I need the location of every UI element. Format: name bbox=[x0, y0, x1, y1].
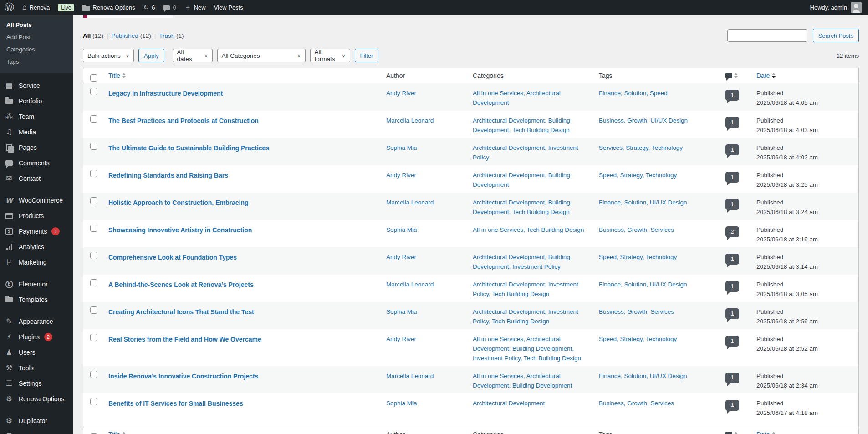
sidebar-submenu-item-all-posts[interactable]: All Posts bbox=[0, 19, 73, 31]
search-posts-button[interactable]: Search Posts bbox=[813, 29, 859, 42]
author-link[interactable]: Sophia Mia bbox=[386, 144, 417, 151]
sort-date-header[interactable]: Date bbox=[756, 431, 776, 434]
sidebar-item-payments[interactable]: $Payments1 bbox=[0, 224, 73, 239]
post-title-link[interactable]: Inside Renova’s Innovative Construction … bbox=[108, 373, 258, 380]
author-link[interactable]: Sophia Mia bbox=[386, 226, 417, 233]
comment-count-bubble[interactable]: 2 bbox=[725, 226, 739, 237]
author-link[interactable]: Sophia Mia bbox=[386, 400, 417, 407]
category-links[interactable]: Architectural Development, Building Deve… bbox=[473, 117, 570, 133]
post-title-link[interactable]: The Ultimate Guide to Sustainable Buildi… bbox=[108, 144, 269, 152]
sidebar-item-woocommerce[interactable]: WWooCommerce bbox=[0, 193, 73, 208]
view-all-link[interactable]: All (12) bbox=[83, 32, 103, 39]
row-checkbox[interactable] bbox=[90, 398, 97, 405]
row-checkbox[interactable] bbox=[90, 115, 97, 123]
tag-links[interactable]: Finance, Solution, Speed bbox=[599, 90, 668, 97]
sidebar-item-plugins[interactable]: ⚡Plugins2 bbox=[0, 329, 73, 345]
tag-links[interactable]: Speed, Strategy, Technology bbox=[599, 254, 677, 260]
comment-count-bubble[interactable]: 1 bbox=[725, 199, 739, 210]
comment-count-bubble[interactable]: 1 bbox=[725, 172, 739, 183]
comment-count-bubble[interactable]: 1 bbox=[725, 144, 739, 155]
comment-count-bubble[interactable]: 1 bbox=[725, 308, 739, 319]
bulk-actions-select[interactable]: Bulk actions∨ bbox=[83, 49, 134, 62]
sort-date-header[interactable]: Date bbox=[756, 72, 776, 79]
tag-links[interactable]: Speed, Strategy, Technology bbox=[599, 336, 677, 342]
sort-comments-header[interactable] bbox=[725, 73, 738, 78]
sidebar-item-duplicator[interactable]: ⚙Duplicator bbox=[0, 413, 73, 429]
sidebar-submenu-item-categories[interactable]: Categories bbox=[0, 43, 73, 56]
category-links[interactable]: Architectural Development, Investment Po… bbox=[473, 308, 578, 325]
comment-count-bubble[interactable]: 1 bbox=[725, 90, 739, 101]
sort-comments-header[interactable] bbox=[725, 432, 738, 434]
row-checkbox[interactable] bbox=[90, 88, 97, 95]
filter-button[interactable]: Filter bbox=[355, 49, 379, 62]
category-links[interactable]: All in one Services, Architectural Devel… bbox=[473, 373, 572, 389]
sidebar-item-comments[interactable]: Comments bbox=[0, 155, 73, 171]
post-title-link[interactable]: Benefits of IT Services for Small Busine… bbox=[108, 400, 243, 407]
sidebar-item-collapse-menu[interactable]: ◀Collapse Menu bbox=[0, 429, 73, 434]
tag-links[interactable]: Speed, Strategy, Technology bbox=[599, 172, 677, 179]
sidebar-item-users[interactable]: ♟Users bbox=[0, 345, 73, 360]
sidebar-item-team[interactable]: ⁂Team bbox=[0, 109, 73, 124]
author-link[interactable]: Andy River bbox=[386, 254, 416, 260]
post-title-link[interactable]: Real Stories from the Field and How We O… bbox=[108, 336, 261, 343]
sidebar-item-portfolio[interactable]: Portfolio bbox=[0, 93, 73, 109]
sort-title-header[interactable]: Title bbox=[108, 72, 126, 79]
wordpress-menu[interactable]: Ⓦ bbox=[5, 3, 14, 12]
row-checkbox[interactable] bbox=[90, 170, 97, 177]
row-checkbox[interactable] bbox=[90, 197, 97, 204]
sidebar-item-products[interactable]: Products bbox=[0, 208, 73, 224]
row-checkbox[interactable] bbox=[90, 306, 97, 314]
tag-links[interactable]: Business, Growth, Services bbox=[599, 400, 674, 407]
sidebar-item-pages[interactable]: Pages bbox=[0, 140, 73, 155]
post-title-link[interactable]: Creating Architectural Icons That Stand … bbox=[108, 308, 254, 316]
row-checkbox[interactable] bbox=[90, 143, 97, 150]
category-links[interactable]: Architectural Development, Building Deve… bbox=[473, 254, 570, 270]
comment-count-bubble[interactable]: 1 bbox=[725, 281, 739, 292]
author-link[interactable]: Marcella Leonard bbox=[386, 281, 434, 288]
author-link[interactable]: Andy River bbox=[386, 90, 416, 97]
sidebar-item-settings[interactable]: ☲Settings bbox=[0, 376, 73, 391]
comments-toolbar-link[interactable]: 0 bbox=[163, 4, 176, 11]
new-content-link[interactable]: ＋ New bbox=[184, 4, 206, 11]
author-link[interactable]: Marcella Leonard bbox=[386, 373, 434, 379]
author-link[interactable]: Marcella Leonard bbox=[386, 199, 434, 206]
post-title-link[interactable]: Redefining Standards and Raising Bars bbox=[108, 172, 228, 179]
row-checkbox[interactable] bbox=[90, 279, 97, 286]
sort-title-header[interactable]: Title bbox=[108, 431, 126, 434]
comment-count-bubble[interactable]: 1 bbox=[725, 254, 739, 265]
sidebar-item-service[interactable]: ▤Service bbox=[0, 78, 73, 93]
author-link[interactable]: Marcella Leonard bbox=[386, 117, 434, 124]
comment-count-bubble[interactable]: 1 bbox=[725, 117, 739, 128]
category-links[interactable]: All in one Services, Tech Building Desig… bbox=[473, 226, 584, 233]
category-links[interactable]: Architectural Development, Building Deve… bbox=[473, 172, 570, 188]
row-checkbox[interactable] bbox=[90, 334, 97, 341]
formats-filter-select[interactable]: All formats∨ bbox=[310, 49, 350, 62]
post-title-link[interactable]: A Behind-the-Scenes Look at Renova’s Pro… bbox=[108, 281, 254, 288]
author-link[interactable]: Andy River bbox=[386, 336, 416, 342]
select-all-checkbox[interactable] bbox=[90, 74, 97, 82]
row-checkbox[interactable] bbox=[90, 225, 97, 232]
sidebar-item-marketing[interactable]: ⚐Marketing bbox=[0, 255, 73, 270]
view-published-link[interactable]: Published (12) bbox=[112, 32, 151, 39]
comment-count-bubble[interactable]: 1 bbox=[725, 336, 739, 347]
tag-links[interactable]: Business, Growth, Services bbox=[599, 226, 674, 233]
sidebar-item-templates[interactable]: Templates bbox=[0, 292, 73, 307]
sidebar-item-analytics[interactable]: Analytics bbox=[0, 239, 73, 255]
tag-links[interactable]: Finance, Solution, UI/UX Design bbox=[599, 373, 687, 379]
sidebar-item-tools[interactable]: ⚒Tools bbox=[0, 360, 73, 376]
dates-filter-select[interactable]: All dates∨ bbox=[173, 49, 213, 62]
post-title-link[interactable]: Comprehensive Look at Foundation Types bbox=[108, 254, 237, 261]
tag-links[interactable]: Finance, Solution, UI/UX Design bbox=[599, 199, 687, 206]
sidebar-submenu-item-tags[interactable]: Tags bbox=[0, 56, 73, 68]
category-links[interactable]: Architectural Development, Building Deve… bbox=[473, 199, 570, 215]
view-posts-link[interactable]: View Posts bbox=[214, 4, 243, 11]
sidebar-item-elementor[interactable]: EElementor bbox=[0, 276, 73, 292]
view-trash-link[interactable]: Trash (1) bbox=[159, 32, 184, 39]
sidebar-item-media[interactable]: ♫Media bbox=[0, 124, 73, 140]
sidebar-item-renova-options[interactable]: ⚙Renova Options bbox=[0, 391, 73, 407]
categories-filter-select[interactable]: All Categories∨ bbox=[217, 49, 306, 62]
site-name-link[interactable]: ⌂ Renova bbox=[22, 4, 50, 11]
updates-link[interactable]: ↻ 6 bbox=[143, 4, 155, 11]
category-links[interactable]: Architectural Development, Investment Po… bbox=[473, 281, 578, 297]
renova-options-toolbar-link[interactable]: Renova Options bbox=[82, 4, 135, 11]
